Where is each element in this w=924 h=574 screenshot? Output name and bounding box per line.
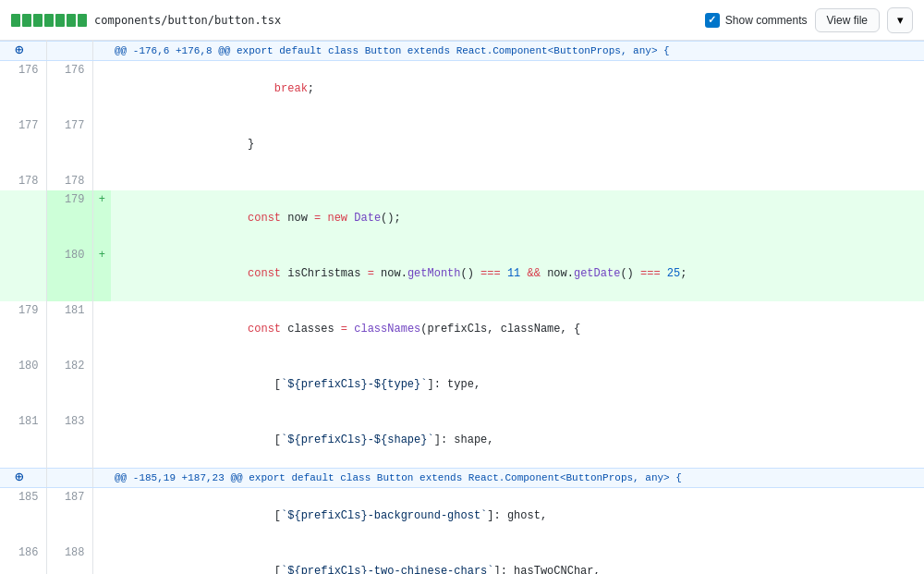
new-line-num: 178 [46,172,92,190]
show-comments-area: Show comments [705,13,808,28]
change-block-7 [78,14,87,27]
line-marker: + [92,246,111,301]
new-line-num: 177 [46,116,92,172]
change-block-4 [44,14,54,27]
diff-row-added: 180 + const isChristmas = now.getMonth()… [0,246,924,301]
code-line: const isChristmas = now.getMonth() === 1… [111,246,924,301]
old-line-num: 180 [0,357,46,412]
change-block-3 [33,14,43,27]
code-line [111,172,924,190]
file-path: components/button/button.tsx [94,14,698,27]
code-line: } [111,116,924,172]
new-line-num: 187 [46,488,92,544]
line-marker [92,301,111,357]
line-marker [92,488,111,544]
old-line-num [0,246,46,301]
diff-row: 176 176 break; [0,61,924,117]
new-line-num: 183 [46,412,92,469]
change-block-2 [22,14,31,27]
code-line: break; [111,61,924,117]
diff-table: ⊕ @@ -176,6 +176,8 @@ export default cla… [0,41,924,574]
diff-row: 186 188 [`${prefixCls}-two-chinese-chars… [0,543,924,574]
old-line-num: 185 [0,488,46,544]
code-line: [`${prefixCls}-two-chinese-chars`]: hasT… [111,543,924,574]
show-comments-checkbox[interactable] [705,13,720,28]
diff-row-added: 179 + const now = new Date(); [0,190,924,246]
hunk-header-1-text: @@ -176,6 +176,8 @@ export default class… [111,42,924,61]
code-line: [`${prefixCls}-${type}`]: type, [111,357,924,412]
change-block-1 [11,14,20,27]
old-line-num: 186 [0,543,46,574]
code-line: [`${prefixCls}-background-ghost`]: ghost… [111,488,924,544]
chevron-down-icon: ▾ [897,13,904,27]
line-marker [92,543,111,574]
old-line-num: 178 [0,172,46,190]
code-line: [`${prefixCls}-${shape}`]: shape, [111,412,924,469]
old-line-num: 179 [0,301,46,357]
new-line-num: 181 [46,301,92,357]
line-marker: + [92,190,111,246]
old-line-num: 177 [0,116,46,172]
code-line: const classes = classNames(prefixCls, cl… [111,301,924,357]
line-marker [92,357,111,412]
diff-row: 178 178 [0,172,924,190]
hunk-expand-icon[interactable]: ⊕ [0,42,46,61]
new-line-num: 179 [46,190,92,246]
old-line-num: 176 [0,61,46,117]
line-marker [92,412,111,469]
new-line-num: 182 [46,357,92,412]
old-line-num [0,190,46,246]
code-line: const now = new Date(); [111,190,924,246]
hunk-header-2-text: @@ -185,19 +187,23 @@ export default cla… [111,469,924,488]
hunk-expand-icon-2[interactable]: ⊕ [0,469,46,488]
line-marker [92,116,111,172]
show-comments-label: Show comments [725,14,808,27]
collapse-button[interactable]: ▾ [887,7,913,33]
diff-file-header: components/button/button.tsx Show commen… [0,0,924,41]
diff-row: 181 183 [`${prefixCls}-${shape}`]: shape… [0,412,924,469]
hunk-header-2: ⊕ @@ -185,19 +187,23 @@ export default c… [0,469,924,488]
diff-row: 185 187 [`${prefixCls}-background-ghost`… [0,488,924,544]
file-change-blocks [11,14,87,27]
new-line-num: 180 [46,246,92,301]
change-block-6 [67,14,76,27]
old-line-num: 181 [0,412,46,469]
hunk-header-1: ⊕ @@ -176,6 +176,8 @@ export default cla… [0,42,924,61]
line-marker [92,172,111,190]
diff-row: 179 181 const classes = classNames(prefi… [0,301,924,357]
change-block-5 [55,14,65,27]
new-line-num: 176 [46,61,92,117]
diff-file-container: components/button/button.tsx Show commen… [0,0,924,574]
diff-row: 177 177 } [0,116,924,172]
diff-view: ⊕ @@ -176,6 +176,8 @@ export default cla… [0,41,924,574]
view-file-button[interactable]: View file [815,8,880,32]
diff-row: 180 182 [`${prefixCls}-${type}`]: type, [0,357,924,412]
new-line-num: 188 [46,543,92,574]
line-marker [92,61,111,117]
